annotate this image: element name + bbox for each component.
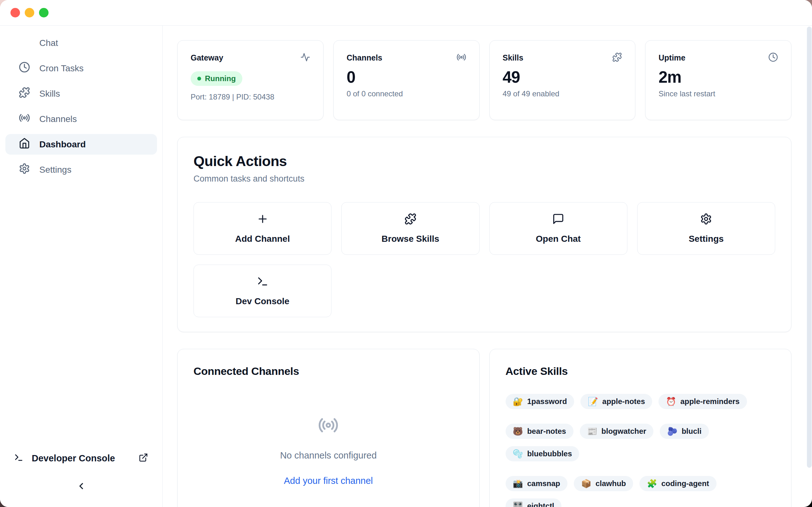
skills-stat-card: Skills 49 49 of 49 enabled (490, 40, 636, 120)
blueberries-emoji: 🫐 (667, 427, 677, 435)
active-skills-title: Active Skills (506, 365, 775, 377)
control-knobs-emoji: 🎛️ (513, 502, 523, 507)
connected-channels-panel: Connected Channels No channels configure… (177, 349, 479, 507)
app-window: Chat Cron Tasks Skills Channels Dashboar… (0, 0, 812, 507)
developer-console-label: Developer Console (32, 453, 115, 464)
sidebar-item-label: Dashboard (39, 139, 86, 150)
skills-count: 49 (503, 68, 622, 87)
uptime-card-title: Uptime (658, 53, 686, 62)
skill-badge: 🐻bear-notes (506, 424, 573, 439)
gateway-status-badge: Running (191, 71, 242, 86)
gear-icon (700, 213, 712, 227)
developer-console-button[interactable]: Developer Console (5, 449, 157, 468)
sidebar-collapse-button[interactable] (5, 481, 157, 493)
package-emoji: 📦 (581, 480, 591, 488)
plus-icon (257, 213, 269, 227)
sidebar-item-dashboard[interactable]: Dashboard (5, 134, 157, 155)
uptime-stat-card: Uptime 2m Since last restart (645, 40, 792, 120)
channels-empty-message: No channels configured (280, 450, 377, 461)
skill-badge: ⏰apple-reminders (658, 394, 747, 409)
dev-console-button[interactable]: Dev Console (194, 265, 332, 317)
vertical-scrollbar-thumb[interactable] (807, 26, 812, 468)
terminal-icon (14, 453, 23, 464)
skills-card-title: Skills (503, 53, 523, 62)
external-link-icon (139, 453, 148, 464)
puzzle-emoji: 🧩 (647, 480, 657, 488)
skill-badge: 🔐1password (506, 394, 574, 409)
sidebar-item-label: Channels (39, 114, 77, 124)
chevron-left-icon (76, 481, 86, 493)
clock-icon (768, 52, 778, 63)
channels-card-title: Channels (347, 53, 383, 62)
open-chat-button[interactable]: Open Chat (490, 202, 627, 255)
quick-actions-subtitle: Common tasks and shortcuts (194, 174, 775, 184)
gear-icon (19, 163, 30, 176)
gateway-card-title: Gateway (191, 53, 223, 62)
status-dot (197, 77, 201, 80)
radio-icon (318, 415, 339, 437)
sidebar-item-label: Settings (39, 165, 71, 175)
uptime-detail: Since last restart (658, 89, 778, 98)
radio-icon (19, 112, 30, 126)
sidebar-item-label: Skills (39, 89, 60, 99)
skill-badge: 🎛️eightctl (506, 498, 562, 507)
quick-actions-panel: Quick Actions Common tasks and shortcuts… (177, 137, 792, 332)
activity-icon (300, 52, 310, 63)
clock-icon (19, 61, 30, 75)
terminal-icon (257, 275, 269, 290)
bubbles-emoji: 🫧 (513, 450, 523, 458)
skill-badge: 📰blogwatcher (580, 424, 654, 439)
skill-badge: 🫧bluebubbles (506, 446, 579, 461)
newspaper-emoji: 📰 (587, 427, 597, 435)
skill-badge: 🧩coding-agent (640, 476, 716, 491)
quick-actions-title: Quick Actions (194, 153, 775, 170)
minimize-window-button[interactable] (25, 8, 34, 17)
add-channel-button[interactable]: Add Channel (194, 202, 332, 255)
channels-empty-state: No channels configured Add your first ch… (194, 415, 463, 486)
main-content: Gateway Running Port: 18789 | PID: 50438… (163, 26, 812, 507)
settings-button[interactable]: Settings (637, 202, 775, 255)
sidebar-item-cron-tasks[interactable]: Cron Tasks (5, 58, 157, 78)
alarm-clock-emoji: ⏰ (666, 397, 676, 406)
puzzle-icon (612, 52, 622, 63)
sidebar-item-label: Cron Tasks (39, 63, 84, 73)
desktop-background: Chat Cron Tasks Skills Channels Dashboar… (0, 0, 812, 507)
channels-count: 0 (347, 68, 466, 87)
bear-emoji: 🐻 (513, 427, 523, 435)
skill-badge: 🫐blucli (660, 424, 709, 439)
channels-stat-card: Channels 0 0 of 0 connected (334, 40, 479, 120)
add-first-channel-link[interactable]: Add your first channel (284, 475, 373, 486)
chat-icon (552, 213, 564, 227)
home-icon (19, 137, 30, 151)
sidebar-item-channels[interactable]: Channels (5, 109, 157, 129)
stats-row: Gateway Running Port: 18789 | PID: 50438… (177, 40, 792, 120)
channels-detail: 0 of 0 connected (347, 89, 466, 98)
sidebar-item-chat[interactable]: Chat (5, 33, 157, 53)
connected-channels-title: Connected Channels (194, 365, 463, 377)
close-window-button[interactable] (10, 8, 20, 17)
uptime-value: 2m (658, 68, 778, 87)
browse-skills-button[interactable]: Browse Skills (341, 202, 479, 255)
puzzle-icon (404, 213, 416, 227)
memo-emoji: 📝 (588, 397, 598, 406)
lock-emoji: 🔐 (513, 397, 523, 406)
gateway-port-pid: Port: 18789 | PID: 50438 (191, 93, 310, 101)
skills-badges: 🔐1password 📝apple-notes ⏰apple-reminders… (506, 394, 775, 507)
sidebar-item-skills[interactable]: Skills (5, 83, 157, 104)
puzzle-icon (19, 87, 30, 101)
skill-badge: 📝apple-notes (580, 394, 652, 409)
radio-icon (456, 52, 466, 63)
sidebar-item-settings[interactable]: Settings (5, 159, 157, 180)
gateway-stat-card: Gateway Running Port: 18789 | PID: 50438 (177, 40, 323, 120)
sidebar: Chat Cron Tasks Skills Channels Dashboar… (0, 26, 163, 507)
active-skills-panel: Active Skills 🔐1password 📝apple-notes ⏰a… (490, 349, 792, 507)
chat-icon (19, 36, 30, 50)
zoom-window-button[interactable] (39, 8, 49, 17)
skill-badge: 📦clawhub (574, 476, 633, 491)
sidebar-item-label: Chat (39, 38, 58, 48)
camera-flash-emoji: 📸 (513, 480, 523, 488)
title-bar (0, 0, 812, 26)
sidebar-footer: Developer Console (5, 449, 157, 498)
skill-badge: 📸camsnap (506, 476, 568, 491)
skills-detail: 49 of 49 enabled (503, 89, 622, 98)
